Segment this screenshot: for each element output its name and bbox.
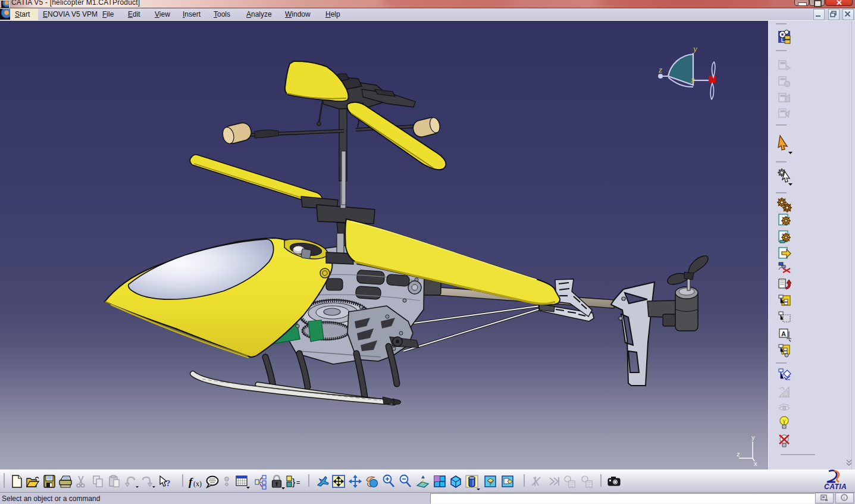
svg-text:z: z (658, 65, 662, 74)
svg-text:?: ? (166, 478, 171, 488)
svg-text:y: y (692, 45, 697, 54)
svg-text:i: i (844, 495, 845, 500)
svg-text:f: f (189, 475, 193, 488)
svg-text:x: x (754, 460, 757, 467)
svg-text:z: z (737, 450, 740, 458)
svg-text:}: } (292, 477, 296, 487)
svg-text:y: y (751, 434, 755, 441)
svg-text:CATIA: CATIA (824, 483, 847, 491)
svg-text:(x): (x) (193, 480, 202, 488)
svg-text:=: = (296, 479, 300, 486)
svg-text:x: x (690, 75, 695, 84)
svg-text:A: A (781, 330, 786, 337)
